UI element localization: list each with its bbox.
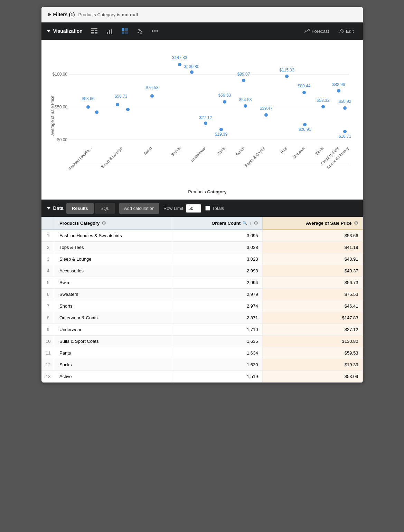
label-6: $59.53 (218, 93, 231, 98)
point-2b (126, 108, 130, 111)
point-4 (178, 63, 181, 66)
label-9: $115.03 (279, 68, 294, 72)
x-label-7: Active (234, 146, 245, 157)
x-label-3: Swim (143, 146, 152, 156)
label-11: $53.32 (317, 98, 329, 103)
svg-rect-13 (125, 31, 128, 34)
scatter-icon (137, 28, 143, 35)
orders-gear-icon[interactable]: ⚙ (254, 220, 258, 226)
edit-button[interactable]: Edit (335, 27, 357, 36)
label-10b: $26.91 (298, 127, 311, 132)
table-row: 9 Underwear 1,710 $27.12 (41, 324, 363, 336)
table-view-button[interactable] (88, 26, 101, 37)
x-label-5: Underwear (190, 146, 206, 163)
point-10b (303, 123, 307, 126)
y-axis-label: Average of Sale Price (50, 96, 55, 136)
point-4b (190, 70, 194, 74)
viz-title: Visualization (53, 28, 83, 34)
row-number: 13 (41, 371, 55, 383)
table-row: 6 Sweaters 2,979 $75.53 (41, 289, 363, 300)
avg-price-cell: $41.19 (262, 242, 363, 253)
category-cell: Accessories (55, 265, 172, 277)
orders-count-cell: 1,635 (172, 336, 262, 347)
more-options-button[interactable]: ••• (149, 26, 161, 36)
x-label-11: Skirts (314, 146, 324, 156)
edit-label: Edit (346, 29, 354, 34)
point-7 (242, 79, 245, 82)
filter-field: Products Category (78, 12, 116, 17)
point-8 (264, 113, 268, 117)
label-7b: $54.53 (239, 97, 252, 102)
forecast-label: Forecast (312, 29, 329, 34)
filters-arrow-icon (48, 13, 51, 16)
orders-count-cell: 1,630 (172, 359, 262, 371)
data-table-container[interactable]: Products Category ⚙ Orders Count 🔍 ↓ ⚙ (41, 217, 363, 383)
chart-area: Average of Sale Price $100.00 $50.00 $0.… (41, 40, 363, 200)
svg-point-17 (138, 29, 140, 30)
svg-rect-9 (111, 29, 112, 34)
scatter-chart-button[interactable] (134, 26, 146, 37)
viz-toolbar: Visualization (41, 22, 363, 40)
row-limit-label: Row Limit (163, 206, 183, 211)
y-tick-50: $50.00 (55, 105, 67, 109)
forecast-button[interactable]: Forecast (301, 26, 333, 36)
filters-bar: Filters (1) Products Category is not nul… (41, 7, 363, 22)
label-1: $53.66 (82, 96, 94, 101)
avg-price-cell: $19.39 (262, 359, 363, 371)
results-table: Products Category ⚙ Orders Count 🔍 ↓ ⚙ (41, 217, 363, 383)
viz-section-title: Visualization (47, 28, 83, 34)
totals-checkbox[interactable] (205, 206, 210, 211)
data-section-title: Data (47, 205, 64, 211)
category-gear-icon[interactable]: ⚙ (102, 220, 106, 226)
pivot-icon (121, 28, 128, 35)
row-number: 6 (41, 289, 55, 300)
point-7b (244, 104, 247, 108)
row-number: 12 (41, 359, 55, 371)
row-number: 1 (41, 230, 55, 242)
orders-count-header[interactable]: Orders Count 🔍 ↓ ⚙ (172, 217, 262, 230)
svg-rect-3 (91, 32, 94, 33)
avg-price-cell: $147.83 (262, 312, 363, 324)
table-row: 4 Accessories 2,998 $40.37 (41, 265, 363, 277)
point-1b (95, 110, 98, 114)
row-number: 10 (41, 336, 55, 347)
svg-point-15 (139, 30, 141, 31)
label-13: $50.92 (338, 99, 351, 104)
category-cell: Suits & Sport Coats (55, 336, 172, 347)
viz-arrow-icon (47, 30, 50, 32)
svg-rect-1 (91, 30, 94, 31)
label-7: $99.07 (237, 72, 250, 77)
svg-rect-2 (95, 30, 97, 31)
label-4: $147.83 (172, 55, 187, 60)
row-limit-input[interactable] (186, 204, 201, 213)
filter-indicator: 🔍 (243, 221, 247, 225)
orders-count-cell: 2,994 (172, 277, 262, 289)
data-arrow-icon (47, 207, 50, 210)
row-number: 2 (41, 242, 55, 253)
avg-gear-icon[interactable]: ⚙ (354, 220, 358, 226)
category-header[interactable]: Products Category ⚙ (55, 217, 172, 230)
results-tab[interactable]: Results (66, 203, 94, 214)
orders-count-cell: 1,519 (172, 371, 262, 383)
svg-rect-10 (122, 28, 124, 31)
row-number: 7 (41, 300, 55, 312)
data-title: Data (53, 205, 64, 211)
add-calculation-button[interactable]: Add calculation (119, 203, 159, 214)
point-12 (337, 89, 340, 93)
avg-price-cell: $56.73 (262, 277, 363, 289)
x-label-10: Dresses (292, 146, 305, 159)
point-2 (116, 103, 119, 106)
sql-tab[interactable]: SQL (95, 203, 115, 214)
avg-sale-price-header[interactable]: Average of Sale Price ⚙ (262, 217, 363, 230)
category-cell: Pants (55, 347, 172, 359)
pivot-view-button[interactable] (119, 26, 131, 37)
filters-toggle[interactable]: Filters (1) (48, 12, 75, 17)
svg-rect-11 (125, 28, 128, 31)
category-cell: Swim (55, 277, 172, 289)
table-row: 12 Socks 1,630 $19.39 (41, 359, 363, 371)
point-10 (302, 91, 306, 94)
table-row: 8 Outerwear & Coats 2,871 $147.83 (41, 312, 363, 324)
orders-count-cell: 2,998 (172, 265, 262, 277)
svg-rect-8 (109, 30, 110, 34)
bar-chart-button[interactable] (103, 26, 116, 37)
